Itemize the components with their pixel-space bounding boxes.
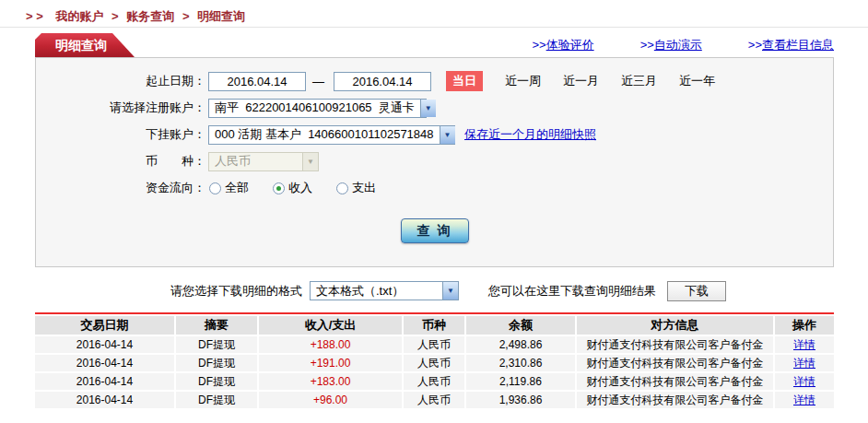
register-account-row: 请选择注册账户： 南平 6222001406100921065 灵通卡 ▼ — [36, 98, 833, 118]
today-badge[interactable]: 当日 — [446, 71, 483, 91]
breadcrumb-prefix: > > — [26, 9, 43, 23]
download-format-value: 文本格式（.txt） — [311, 283, 442, 300]
transaction-table: 交易日期 摘要 收入/支出 币种 余额 对方信息 操作 2016-04-14 D… — [35, 316, 834, 410]
cell-date: 2016-04-14 — [35, 391, 175, 409]
detail-link[interactable]: 详情 — [793, 375, 815, 388]
col-header-amount: 收入/支出 — [258, 316, 403, 335]
cell-counterparty: 财付通支付科技有限公司客户备付金 — [576, 335, 774, 354]
cell-amount: +188.00 — [258, 335, 403, 354]
date-dash: — — [312, 75, 324, 88]
sub-account-label: 下挂账户： — [36, 126, 205, 143]
tab-detail-query[interactable]: 明细查询 — [35, 33, 135, 57]
currency-label: 币 种： — [36, 153, 205, 170]
col-header-summary: 摘要 — [175, 316, 258, 335]
tab-bar: 明细查询 >>体验评价 >>自动演示 >>查看栏目信息 — [35, 33, 834, 57]
cell-balance: 2,498.86 — [465, 335, 576, 354]
quick-link-last-3-months[interactable]: 近三月 — [621, 73, 657, 89]
col-header-action: 操作 — [774, 316, 834, 335]
register-account-select[interactable]: 南平 6222001406100921065 灵通卡 ▼ — [208, 99, 427, 118]
dropdown-arrow-icon: ▼ — [302, 153, 318, 170]
radio-flow-income[interactable] — [273, 182, 285, 194]
cell-counterparty: 财付通支付科技有限公司客户备付金 — [576, 354, 774, 372]
end-date-input[interactable] — [334, 72, 431, 91]
cell-summary: DF提现 — [175, 335, 258, 354]
cell-amount: +191.00 — [258, 354, 403, 372]
date-range-label: 起止日期： — [36, 73, 205, 89]
start-date-input[interactable] — [208, 72, 306, 91]
currency-row: 币 种： 人民币 ▼ — [36, 151, 833, 171]
table-row: 2016-04-14 DF提现 +183.00 人民币 2,119.86 财付通… — [35, 372, 834, 391]
cell-currency: 人民币 — [403, 335, 465, 354]
breadcrumb-item-my-account[interactable]: 我的账户 — [55, 9, 103, 23]
currency-select: 人民币 ▼ — [208, 152, 319, 171]
quick-link-last-month[interactable]: 近一月 — [563, 73, 599, 89]
cell-currency: 人民币 — [403, 354, 465, 372]
radio-flow-income-label[interactable]: 收入 — [288, 180, 312, 196]
download-format-select[interactable]: 文本格式（.txt） ▼ — [310, 281, 459, 300]
download-format-label: 请您选择下载明细的格式 — [170, 283, 302, 300]
cell-amount: +183.00 — [258, 372, 403, 391]
table-row: 2016-04-14 DF提现 +191.00 人民币 2,310.86 财付通… — [35, 354, 834, 372]
col-header-balance: 余额 — [465, 316, 576, 335]
sub-account-row: 下挂账户： 000 活期 基本户 1406600101102571848 ▼ 保… — [36, 124, 833, 145]
save-snapshot-link[interactable]: 保存近一个月的明细快照 — [464, 126, 596, 143]
radio-flow-expense-label[interactable]: 支出 — [352, 180, 376, 196]
register-account-value: 南平 6222001406100921065 灵通卡 — [209, 100, 420, 116]
cell-counterparty: 财付通支付科技有限公司客户备付金 — [576, 391, 774, 409]
breadcrumb-bar: > > 我的账户 > 账务查询 > 明细查询 — [0, 0, 868, 28]
currency-value: 人民币 — [209, 153, 302, 170]
cell-balance: 2,119.86 — [465, 372, 576, 391]
dropdown-arrow-icon: ▼ — [442, 282, 458, 300]
cell-balance: 2,310.86 — [465, 354, 576, 372]
radio-flow-all-label[interactable]: 全部 — [225, 180, 249, 196]
cell-balance: 1,936.86 — [465, 391, 576, 409]
col-header-date: 交易日期 — [35, 316, 175, 335]
dropdown-arrow-icon: ▼ — [420, 100, 436, 117]
sub-account-select[interactable]: 000 活期 基本户 1406600101102571848 ▼ — [208, 125, 455, 145]
register-account-label: 请选择注册账户： — [36, 100, 205, 116]
cell-date: 2016-04-14 — [35, 335, 175, 354]
radio-flow-expense[interactable] — [336, 182, 348, 194]
flow-direction-label: 资金流向： — [36, 180, 205, 196]
link-auto-demo[interactable]: >>自动演示 — [640, 37, 702, 53]
cell-summary: DF提现 — [175, 354, 258, 372]
cell-counterparty: 财付通支付科技有限公司客户备付金 — [576, 372, 774, 391]
detail-link[interactable]: 详情 — [793, 338, 815, 351]
download-button[interactable]: 下载 — [667, 281, 726, 301]
download-hint: 您可以在这里下载查询明细结果 — [488, 283, 656, 300]
query-form-panel: 起止日期： — 当日 近一周 近一月 近三月 近一年 请选择注册账户： 南平 6… — [35, 57, 834, 267]
cell-amount: +96.00 — [258, 391, 403, 409]
cell-currency: 人民币 — [403, 372, 465, 391]
breadcrumb-item-account-query[interactable]: 账务查询 — [126, 9, 174, 23]
cell-date: 2016-04-14 — [35, 354, 175, 372]
table-row: 2016-04-14 DF提现 +96.00 人民币 1,936.86 财付通支… — [35, 391, 834, 409]
date-range-row: 起止日期： — 当日 近一周 近一月 近三月 近一年 — [36, 71, 833, 91]
quick-link-last-week[interactable]: 近一周 — [505, 73, 541, 89]
breadcrumb-item-detail-query[interactable]: 明细查询 — [197, 9, 245, 23]
flow-direction-row: 资金流向： 全部 收入 支出 — [36, 178, 833, 198]
link-experience-rating[interactable]: >>体验评价 — [532, 37, 593, 53]
dropdown-arrow-icon: ▼ — [440, 126, 455, 144]
detail-link[interactable]: 详情 — [793, 394, 815, 406]
table-header-row: 交易日期 摘要 收入/支出 币种 余额 对方信息 操作 — [35, 316, 834, 335]
detail-link[interactable]: 详情 — [793, 357, 815, 370]
link-view-column-info[interactable]: >>查看栏目信息 — [748, 37, 834, 53]
table-row: 2016-04-14 DF提现 +188.00 人民币 2,498.86 财付通… — [35, 335, 834, 354]
quick-link-last-year[interactable]: 近一年 — [679, 73, 715, 89]
cell-summary: DF提现 — [175, 391, 258, 409]
breadcrumb: > > 我的账户 > 账务查询 > 明细查询 — [26, 9, 245, 23]
breadcrumb-separator: > — [182, 9, 190, 23]
col-header-counterparty: 对方信息 — [576, 316, 774, 335]
cell-summary: DF提现 — [175, 372, 258, 391]
cell-date: 2016-04-14 — [35, 372, 175, 391]
radio-flow-all[interactable] — [209, 182, 221, 194]
cell-currency: 人民币 — [403, 391, 465, 409]
download-row: 请您选择下载明细的格式 文本格式（.txt） ▼ 您可以在这里下载查询明细结果 … — [170, 280, 834, 301]
table-top-rule — [35, 312, 834, 314]
query-button[interactable]: 查 询 — [401, 218, 469, 243]
sub-account-value: 000 活期 基本户 1406600101102571848 — [209, 126, 440, 143]
breadcrumb-separator: > — [111, 9, 119, 23]
col-header-currency: 币种 — [403, 316, 465, 335]
